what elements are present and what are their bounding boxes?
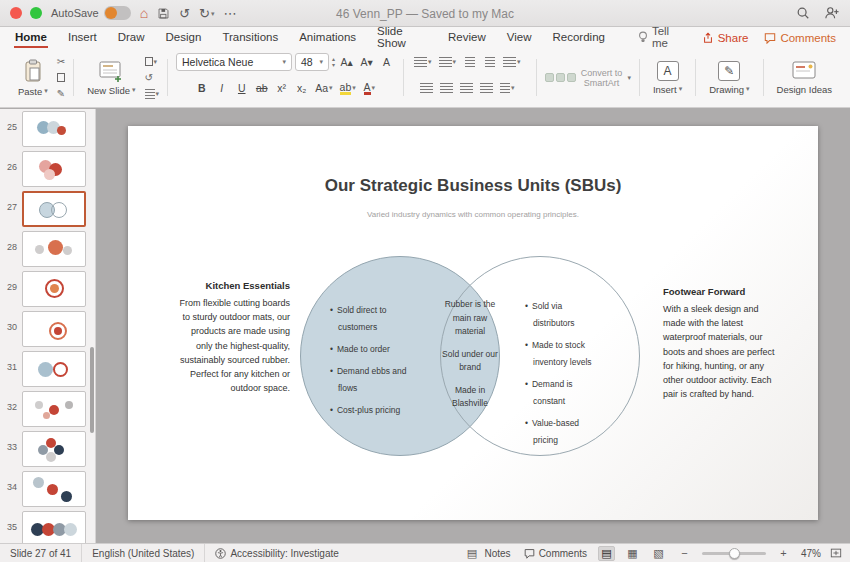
increase-indent-button[interactable] xyxy=(481,54,498,71)
font-size-select[interactable]: 48 ▾ xyxy=(295,53,329,71)
align-left-button[interactable] xyxy=(418,80,435,97)
more-commands-icon[interactable]: ⋯ xyxy=(224,7,237,20)
font-name-select[interactable]: Helvetica Neue ▾ xyxy=(176,53,292,71)
search-icon[interactable] xyxy=(796,6,810,20)
slide-thumbnail-26[interactable]: 26 xyxy=(0,149,95,189)
align-center-button[interactable] xyxy=(438,80,455,97)
bold-button[interactable]: B xyxy=(193,80,210,97)
zoom-in-button[interactable]: + xyxy=(775,546,792,561)
save-icon[interactable] xyxy=(157,7,170,20)
footwear-forward-textblock[interactable]: Footwear Forward With a sleek design and… xyxy=(663,284,775,402)
slide-sorter-view-button[interactable]: ▦ xyxy=(624,546,641,561)
venn-item: Sold via distributors xyxy=(525,298,603,332)
insert-button[interactable]: A Insert▾ xyxy=(648,59,687,97)
decrease-indent-button[interactable] xyxy=(461,54,478,71)
align-right-button[interactable] xyxy=(458,80,475,97)
presence-people-icon[interactable] xyxy=(824,6,840,20)
section-button[interactable]: ▾ xyxy=(145,87,160,101)
slide-thumbnail-25[interactable]: 25 xyxy=(0,109,95,149)
cut-button[interactable]: ✂ xyxy=(57,55,65,69)
paste-button[interactable]: Paste▾ xyxy=(13,57,53,99)
zoom-slider-knob[interactable] xyxy=(729,548,740,559)
tab-transitions[interactable]: Transitions xyxy=(221,27,279,48)
convert-to-smartart-button[interactable]: Convert toSmartArt ▾ xyxy=(545,68,631,88)
reading-view-button[interactable]: ▧ xyxy=(650,546,667,561)
tab-review[interactable]: Review xyxy=(447,27,487,48)
bullets-button[interactable]: ▾ xyxy=(412,54,434,71)
numbering-button[interactable]: ▾ xyxy=(437,54,459,71)
slide-thumbnail-29[interactable]: 29 xyxy=(0,269,95,309)
clear-formatting-button[interactable]: A xyxy=(378,54,395,71)
comments-toggle[interactable]: Comments xyxy=(522,548,589,559)
ribbon-toolbar: Paste▾ ✂ ✎ New Slide▾ ▾ ↺ ▾ xyxy=(0,48,850,108)
underline-button[interactable]: U xyxy=(233,80,250,97)
slide-thumbnail-31[interactable]: 31 xyxy=(0,349,95,389)
zoom-level[interactable]: 47% xyxy=(801,548,821,559)
normal-view-button[interactable]: ▤ xyxy=(598,546,615,561)
slide-thumbnail-34[interactable]: 34 xyxy=(0,469,95,509)
italic-button[interactable]: I xyxy=(213,80,230,97)
superscript-button[interactable]: x² xyxy=(273,80,290,97)
tab-insert[interactable]: Insert xyxy=(67,27,98,48)
slide-27[interactable]: Our Strategic Business Units (SBUs) Vari… xyxy=(128,126,818,520)
slide-position[interactable]: Slide 27 of 41 xyxy=(0,544,82,562)
subscript-button[interactable]: x₂ xyxy=(293,80,310,97)
strikethrough-button[interactable]: ab xyxy=(253,80,270,97)
slide-thumbnail-27-selected[interactable]: 27 xyxy=(0,189,95,229)
venn-overlap-items[interactable]: Rubber is the main raw material Sold und… xyxy=(438,298,502,420)
tab-home[interactable]: Home xyxy=(14,27,48,48)
tab-recording[interactable]: Recording xyxy=(552,27,606,48)
notes-toggle[interactable]: ▤ Notes xyxy=(462,546,513,561)
slide-thumbnail-32[interactable]: 32 xyxy=(0,389,95,429)
kitchen-essentials-textblock[interactable]: Kitchen Essentials From flexible cutting… xyxy=(178,278,290,396)
zoom-out-button[interactable]: − xyxy=(676,546,693,561)
tab-tell-me[interactable]: Tell me xyxy=(637,27,683,48)
text-direction-button[interactable]: ▾ xyxy=(498,80,517,97)
slide-subtitle[interactable]: Varied industry dynamics with common ope… xyxy=(128,210,818,219)
font-color-button[interactable]: A▾ xyxy=(361,80,378,97)
language-indicator[interactable]: English (United States) xyxy=(82,544,205,562)
layout-button[interactable]: ▾ xyxy=(145,55,160,69)
copy-button[interactable] xyxy=(57,71,65,85)
venn-left-items[interactable]: Sold direct to customers Made to order D… xyxy=(330,302,414,424)
fit-slide-to-window-button[interactable] xyxy=(830,547,842,559)
change-case-button[interactable]: Aa▾ xyxy=(313,80,334,97)
comments-button[interactable]: Comments xyxy=(764,32,836,44)
accessibility-status[interactable]: Accessibility: Investigate xyxy=(205,544,348,562)
new-slide-button[interactable]: New Slide▾ xyxy=(82,58,140,98)
undo-icon[interactable]: ↺ xyxy=(179,7,190,20)
increase-font-button[interactable]: A▴ xyxy=(338,54,355,71)
font-size-stepper[interactable]: ▴ ▾ xyxy=(332,56,335,68)
sidebar-scrollbar[interactable] xyxy=(90,347,94,433)
format-painter-button[interactable]: ✎ xyxy=(57,87,65,101)
share-label: Share xyxy=(718,32,749,44)
justify-button[interactable] xyxy=(478,80,495,97)
tab-animations[interactable]: Animations xyxy=(298,27,357,48)
slide-thumbnail-35[interactable]: 35 xyxy=(0,509,95,543)
line-spacing-button[interactable]: ▾ xyxy=(501,54,523,71)
share-button[interactable]: Share xyxy=(702,32,749,44)
tab-slide-show[interactable]: Slide Show xyxy=(376,27,428,48)
autosave-toggle[interactable] xyxy=(104,6,131,20)
slide-thumbnail-28[interactable]: 28 xyxy=(0,229,95,269)
text-highlight-button[interactable]: ab▾ xyxy=(338,80,358,97)
close-button[interactable] xyxy=(10,7,22,19)
zoom-slider[interactable] xyxy=(702,552,766,555)
slide-title[interactable]: Our Strategic Business Units (SBUs) xyxy=(128,176,818,196)
tab-draw[interactable]: Draw xyxy=(117,27,146,48)
slide-number: 25 xyxy=(2,111,17,132)
home-icon[interactable]: ⌂ xyxy=(140,6,148,20)
drawing-button[interactable]: ✎ Drawing▾ xyxy=(704,59,754,97)
slide-thumbnail-33[interactable]: 33 xyxy=(0,429,95,469)
statusbar: Slide 27 of 41 English (United States) A… xyxy=(0,543,850,562)
tab-view[interactable]: View xyxy=(506,27,533,48)
redo-icon[interactable]: ↻▾ xyxy=(199,7,214,20)
design-ideas-button[interactable]: Design Ideas xyxy=(772,59,837,97)
venn-right-items[interactable]: Sold via distributors Made to stock inve… xyxy=(525,298,603,454)
decrease-font-button[interactable]: A▾ xyxy=(358,54,375,71)
fullscreen-button[interactable] xyxy=(30,7,42,19)
reset-button[interactable]: ↺ xyxy=(145,71,160,85)
slide-thumbnail-30[interactable]: 30 xyxy=(0,309,95,349)
font-size-value: 48 xyxy=(301,56,313,68)
tab-design[interactable]: Design xyxy=(165,27,203,48)
